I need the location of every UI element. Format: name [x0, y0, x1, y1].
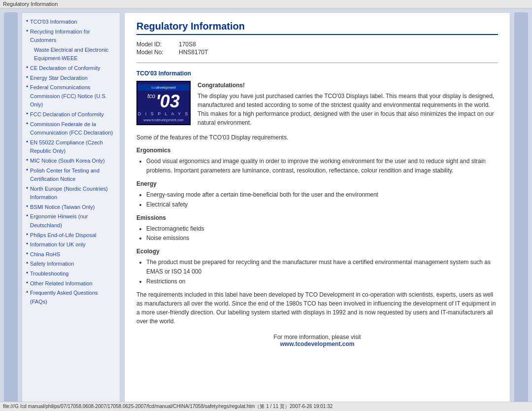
- tco-logo-url: www.tcodevelopment.com: [143, 118, 183, 122]
- tco-description: Congratulations! The display you have ju…: [198, 81, 498, 127]
- sidebar-item-recycling[interactable]: Recycling Information for Customers: [26, 28, 116, 45]
- model-id-value: 170S8: [179, 41, 196, 48]
- sidebar-item-troubleshooting[interactable]: Troubleshooting: [26, 270, 116, 278]
- ergonomics-heading: Ergonomics: [136, 147, 498, 154]
- main-layout: TCO'03 Information Recycling Information…: [0, 8, 532, 408]
- energy-item-2: Electrical safety: [146, 200, 498, 209]
- footer-link[interactable]: www.tcodevelopment.com: [280, 341, 355, 347]
- sidebar-item-fcc-declaration[interactable]: FCC Declaration of Conformity: [26, 110, 116, 119]
- tco-logo-top-text: tcodevelopment: [137, 84, 190, 91]
- tco-block: tcodevelopment tco '03 D I S P L A Y S w…: [136, 81, 498, 127]
- sidebar-item-mic[interactable]: MIC Notice (South Korea Only): [26, 157, 116, 166]
- congratulations-heading: Congratulations!: [198, 81, 498, 90]
- sidebar-item-uk[interactable]: Information for UK only: [26, 240, 116, 249]
- sidebar-item-ergonomie[interactable]: Ergonomie Hinweis (nur Deutschland): [26, 212, 116, 230]
- status-bar-text: file:///G /cd manual/philips/07/17058.06…: [3, 404, 332, 409]
- sidebar-item-fcc[interactable]: Federal Communications Commission (FCC) …: [26, 83, 116, 109]
- sidebar-item-safety[interactable]: Safety Information: [26, 260, 116, 269]
- energy-heading: Energy: [136, 180, 498, 187]
- emissions-item-2: Noise emissions: [146, 234, 498, 243]
- sidebar-item-other[interactable]: Other Related Information: [26, 279, 116, 288]
- model-no-row: Model No: HNS8170T: [136, 49, 498, 56]
- sidebar-item-nordic[interactable]: North Europe (Nordic Countries) Informat…: [26, 185, 116, 202]
- energy-list: Energy-saving mode after a certain time-…: [146, 190, 498, 209]
- model-no-value: HNS8170T: [179, 49, 208, 56]
- sidebar-item-tco03[interactable]: TCO'03 Information: [26, 18, 116, 27]
- ecology-list: The product must be prepared for recycli…: [146, 258, 498, 286]
- page-title: Regulatory Information: [136, 21, 498, 35]
- ecology-item-2: Restrictions on: [146, 277, 498, 286]
- right-accent-bar: [514, 12, 528, 404]
- emissions-list: Electromagnetic fields Noise emissions: [146, 224, 498, 243]
- emissions-item-1: Electromagnetic fields: [146, 224, 498, 234]
- ecology-heading: Ecology: [136, 248, 498, 255]
- sidebar-item-polish[interactable]: Polish Center for Testing and Certificat…: [26, 167, 116, 184]
- title-bar: Regulatory Information: [0, 0, 532, 8]
- content-area: Regulatory Information Model ID: 170S8 M…: [124, 12, 510, 404]
- ergonomics-list: Good visual ergonomics and image quality…: [146, 157, 498, 175]
- left-accent-bar: [4, 12, 18, 404]
- model-no-label: Model No:: [136, 49, 171, 56]
- model-info: Model ID: 170S8 Model No: HNS8170T: [136, 41, 498, 56]
- tco-logo: tcodevelopment tco '03 D I S P L A Y S w…: [136, 81, 191, 125]
- sidebar-item-commission-federale[interactable]: Commission Federale de la Communication …: [26, 120, 116, 137]
- energy-item-1: Energy-saving mode after a certain time-…: [146, 190, 498, 200]
- model-id-row: Model ID: 170S8: [136, 41, 498, 48]
- emissions-heading: Emissions: [136, 214, 498, 221]
- sidebar-item-china-rohs[interactable]: China RoHS: [26, 250, 116, 259]
- closing-paragraph: The requirements included in this label …: [136, 290, 498, 326]
- tco-section-heading: TCO'03 Information: [136, 70, 498, 77]
- ergonomics-item-1: Good visual ergonomics and image quality…: [146, 157, 498, 175]
- footer: For more information, please visit www.t…: [136, 334, 498, 347]
- ecology-item-1: The product must be prepared for recycli…: [146, 258, 498, 276]
- sidebar-item-faq[interactable]: Frequently Asked Questions (FAQs): [26, 289, 116, 306]
- footer-text: For more information, please visit: [273, 334, 361, 341]
- sidebar-item-energy-star[interactable]: Energy Star Declaration: [26, 74, 116, 83]
- model-id-label: Model ID:: [136, 41, 171, 48]
- tco-logo-displays: D I S P L A Y S: [138, 111, 190, 116]
- congratulations-text: The display you have just purchased carr…: [198, 93, 494, 126]
- features-text: Some of the features of the TCO'03 Displ…: [136, 133, 498, 142]
- section-divider: [136, 63, 498, 63]
- sidebar-item-ce[interactable]: CE Declaration of Conformity: [26, 64, 116, 73]
- sidebar: TCO'03 Information Recycling Information…: [22, 12, 120, 404]
- status-bar: file:///G /cd manual/philips/07/17058.06…: [0, 402, 532, 411]
- sidebar-item-bsmi[interactable]: BSMI Notice (Taiwan Only): [26, 203, 116, 212]
- sidebar-item-en55022[interactable]: EN 55022 Compliance (Czech Republic Only…: [26, 138, 116, 156]
- sidebar-item-philips-eol[interactable]: Philips End-of-Life Disposal: [26, 231, 116, 240]
- title-bar-text: Regulatory Information: [3, 1, 58, 7]
- sidebar-item-weee[interactable]: Waste Electrical and Electronic Equipmen…: [26, 46, 116, 63]
